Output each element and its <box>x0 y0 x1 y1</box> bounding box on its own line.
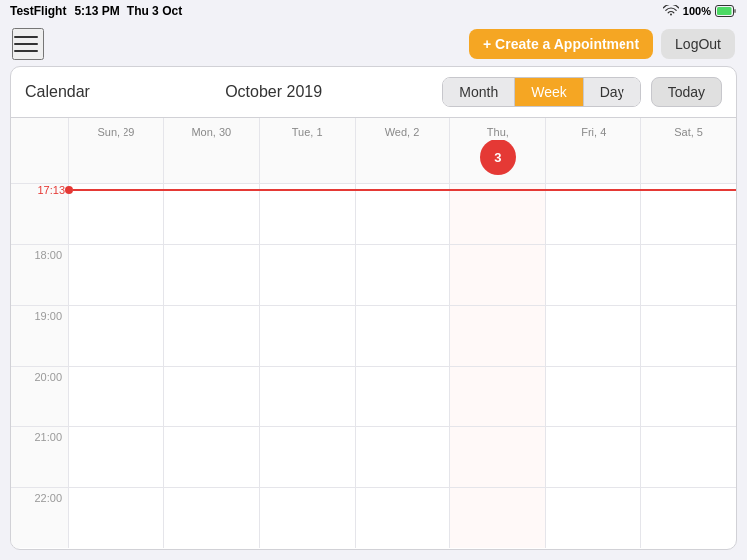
app-name: TestFlight <box>10 4 66 18</box>
day-header-wed: Wed, 2 <box>356 118 451 183</box>
time-label: 21:00 <box>11 427 69 487</box>
time-grid: 17:13 18:0019:0020:0021:0022:00 <box>11 184 736 548</box>
calendar-cell[interactable] <box>356 306 451 366</box>
calendar-cell[interactable] <box>356 367 451 426</box>
status-left: TestFlight 5:13 PM Thu 3 Oct <box>10 4 182 18</box>
day-header-thu: Thu, 3 <box>450 118 546 183</box>
calendar-title: October 2019 <box>115 83 432 101</box>
calendar-cell[interactable] <box>641 367 736 426</box>
day-view-button[interactable]: Day <box>584 78 640 106</box>
time-grid-scroll[interactable]: 17:13 18:0019:0020:0021:0022:00 <box>11 184 736 549</box>
battery-icon <box>715 5 737 17</box>
svg-rect-2 <box>734 9 736 13</box>
calendar-cell[interactable] <box>641 245 736 305</box>
day-short-label: Tue, 1 <box>264 126 351 138</box>
calendar-cell[interactable] <box>164 245 260 305</box>
hamburger-line <box>14 50 38 52</box>
logout-button[interactable]: LogOut <box>661 29 735 59</box>
create-appointment-button[interactable]: + Create a Appointment <box>469 29 653 59</box>
calendar-cell[interactable] <box>546 427 641 487</box>
day-header-sun: Sun, 29 <box>69 118 164 183</box>
time-row: 20:00 <box>11 367 736 427</box>
calendar-cell[interactable] <box>69 427 164 487</box>
today-circle: 3 <box>480 140 516 175</box>
hamburger-line <box>14 36 38 38</box>
today-button[interactable]: Today <box>651 77 722 107</box>
calendar-cell[interactable] <box>356 427 451 487</box>
status-right: 100% <box>663 5 737 17</box>
calendar-cell[interactable] <box>546 245 641 305</box>
svg-rect-1 <box>717 7 732 15</box>
time-label: 20:00 <box>11 367 69 426</box>
calendar-cell[interactable] <box>641 427 736 487</box>
calendar-cell[interactable] <box>356 245 451 305</box>
time-label: 18:00 <box>11 245 69 305</box>
calendar-cell[interactable] <box>641 488 736 548</box>
calendar-cell[interactable] <box>260 245 356 305</box>
wifi-icon <box>663 5 679 17</box>
calendar-cell[interactable] <box>450 184 546 244</box>
top-right-actions: + Create a Appointment LogOut <box>469 29 735 59</box>
calendar-cell[interactable] <box>260 367 356 426</box>
day-header-mon: Mon, 30 <box>164 118 260 183</box>
calendar-label: Calendar <box>25 83 105 101</box>
calendar-cell[interactable] <box>450 306 546 366</box>
view-btn-group: Month Week Day <box>442 77 640 107</box>
hamburger-button[interactable] <box>12 28 44 60</box>
day-short-label: Fri, 4 <box>550 126 636 138</box>
day-short-label: Wed, 2 <box>360 126 446 138</box>
calendar-cell[interactable] <box>450 245 546 305</box>
calendar-cell[interactable] <box>260 427 356 487</box>
time-label: 19:00 <box>11 306 69 366</box>
top-bar: + Create a Appointment LogOut <box>0 22 747 66</box>
time-gutter-header <box>11 118 69 183</box>
time-row: 22:00 <box>11 488 736 548</box>
day-short-label: Mon, 30 <box>168 126 255 138</box>
day-short-label: Thu, <box>454 126 541 138</box>
calendar-container: Calendar October 2019 Month Week Day Tod… <box>10 66 737 550</box>
day-header-tue: Tue, 1 <box>260 118 356 183</box>
calendar-cell[interactable] <box>356 488 451 548</box>
calendar-cell[interactable] <box>164 306 260 366</box>
calendar-cell[interactable] <box>164 184 260 244</box>
calendar-cell[interactable] <box>641 306 736 366</box>
week-view-button[interactable]: Week <box>515 78 584 106</box>
calendar-cell[interactable] <box>356 184 451 244</box>
day-header-fri: Fri, 4 <box>546 118 641 183</box>
day-header-sat: Sat, 5 <box>641 118 736 183</box>
calendar-cell[interactable] <box>260 488 356 548</box>
calendar-cell[interactable] <box>69 306 164 366</box>
day-short-label: Sat, 5 <box>645 126 732 138</box>
day-headers-row: Sun, 29Mon, 30Tue, 1Wed, 2Thu, 3Fri, 4Sa… <box>11 118 736 184</box>
calendar-cell[interactable] <box>164 367 260 426</box>
calendar-cell[interactable] <box>260 306 356 366</box>
month-view-button[interactable]: Month <box>443 78 515 106</box>
calendar-cell[interactable] <box>546 184 641 244</box>
calendar-cell[interactable] <box>546 306 641 366</box>
calendar-cell[interactable] <box>546 488 641 548</box>
calendar-cell[interactable] <box>260 184 356 244</box>
calendar-cell[interactable] <box>450 488 546 548</box>
status-time: 5:13 PM <box>74 4 119 18</box>
calendar-cell[interactable] <box>164 427 260 487</box>
battery-label: 100% <box>683 5 711 17</box>
hamburger-line <box>14 43 38 45</box>
time-label: 22:00 <box>11 488 69 548</box>
calendar-cell[interactable] <box>450 367 546 426</box>
calendar-cell[interactable] <box>164 488 260 548</box>
day-short-label: Sun, 29 <box>73 126 159 138</box>
status-date: Thu 3 Oct <box>127 4 182 18</box>
calendar-cell[interactable] <box>450 427 546 487</box>
calendar-header: Calendar October 2019 Month Week Day Tod… <box>11 67 736 118</box>
time-label <box>11 184 69 244</box>
calendar-cell[interactable] <box>69 488 164 548</box>
time-row: 19:00 <box>11 306 736 367</box>
calendar-cell[interactable] <box>69 367 164 426</box>
calendar-cell[interactable] <box>546 367 641 426</box>
calendar-cell[interactable] <box>69 245 164 305</box>
status-bar: TestFlight 5:13 PM Thu 3 Oct 100% <box>0 0 747 22</box>
calendar-cell[interactable] <box>69 184 164 244</box>
time-row: 21:00 <box>11 427 736 488</box>
time-row: 18:00 <box>11 245 736 306</box>
calendar-cell[interactable] <box>641 184 736 244</box>
